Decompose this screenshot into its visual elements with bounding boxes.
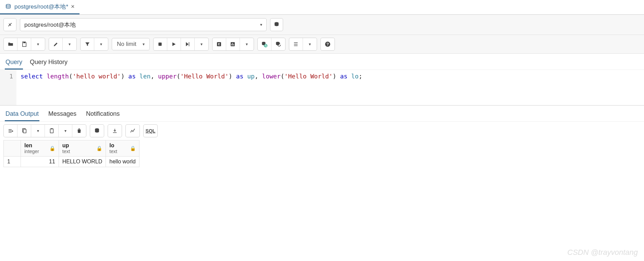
svg-rect-10 — [233, 44, 234, 46]
result-grid: len integer 🔒 up text 🔒 — [3, 140, 139, 167]
explain-analyze-button[interactable] — [226, 38, 240, 50]
tab-messages[interactable]: Messages — [48, 109, 77, 121]
line-gutter: 1 — [0, 70, 16, 105]
database-icon — [5, 4, 12, 10]
svg-rect-9 — [232, 43, 233, 46]
delete-row-button[interactable] — [72, 125, 86, 137]
execute-dropdown[interactable]: ▾ — [195, 38, 208, 50]
connection-select[interactable]: postgres/root@本地 ▾ — [20, 18, 267, 31]
paste-dropdown[interactable]: ▾ — [59, 125, 72, 137]
filter-dropdown[interactable]: ▾ — [94, 38, 108, 50]
sql-view-button[interactable]: SQL — [144, 125, 157, 137]
svg-rect-2 — [23, 42, 25, 43]
commit-button[interactable] — [258, 38, 271, 50]
chevron-down-icon: ▾ — [143, 42, 145, 47]
file-tab[interactable]: postgres/root@本地* × — [0, 0, 80, 14]
chart-button[interactable] — [126, 125, 139, 137]
cell-up[interactable]: HELLO WORLD — [59, 157, 106, 167]
svg-rect-18 — [50, 129, 53, 133]
column-header-lo[interactable]: lo text 🔒 — [106, 140, 139, 157]
paste-button[interactable] — [45, 125, 59, 137]
svg-text:?: ? — [326, 42, 329, 46]
copy-button[interactable] — [17, 125, 31, 137]
macros-dropdown[interactable]: ▾ — [303, 38, 317, 50]
lock-icon: 🔒 — [49, 146, 55, 151]
save-dropdown[interactable]: ▾ — [31, 38, 45, 50]
lock-icon: 🔒 — [130, 146, 136, 151]
edit-button[interactable] — [49, 38, 63, 50]
filter-button[interactable] — [81, 38, 94, 50]
chevron-down-icon: ▾ — [260, 22, 262, 27]
cell-len[interactable]: 11 — [21, 157, 59, 167]
svg-rect-17 — [23, 129, 26, 133]
rollback-button[interactable] — [271, 38, 285, 50]
svg-point-0 — [6, 4, 10, 6]
tab-notifications[interactable]: Notifications — [85, 109, 120, 121]
tab-query[interactable]: Query — [5, 57, 23, 70]
tab-data-output[interactable]: Data Output — [5, 109, 39, 121]
open-file-button[interactable] — [4, 38, 17, 50]
editor-tabs: Query Query History — [0, 54, 644, 70]
column-header-up[interactable]: up text 🔒 — [59, 140, 106, 157]
tab-title: postgres/root@本地* — [14, 3, 68, 11]
svg-text:E: E — [218, 43, 220, 46]
main-toolbar: ▾ ▾ ▾ No limit ▾ ▾ E ▾ ▾ ? — [0, 35, 644, 54]
sql-editor[interactable]: 1 select length('hello world') as len, u… — [0, 70, 644, 105]
cell-lo[interactable]: hello world — [106, 157, 139, 167]
output-tabs: Data Output Messages Notifications — [0, 105, 644, 121]
svg-rect-8 — [231, 44, 232, 46]
macros-button[interactable] — [289, 38, 303, 50]
svg-rect-20 — [78, 128, 80, 129]
help-button[interactable]: ? — [321, 38, 335, 50]
connection-label: postgres/root@本地 — [24, 21, 76, 29]
table-row[interactable]: 1 11 HELLO WORLD hello world — [4, 157, 139, 167]
explain-button[interactable]: E — [212, 38, 226, 50]
add-row-button[interactable] — [4, 125, 17, 137]
svg-rect-4 — [189, 42, 190, 46]
row-header-corner — [4, 140, 21, 157]
edit-dropdown[interactable]: ▾ — [63, 38, 76, 50]
connection-bar: postgres/root@本地 ▾ — [0, 15, 644, 35]
save-data-button[interactable] — [90, 125, 104, 137]
row-limit-label: No limit — [117, 41, 136, 48]
download-button[interactable] — [108, 125, 122, 137]
database-picker-button[interactable] — [270, 18, 283, 31]
row-limit-select[interactable]: No limit ▾ — [112, 38, 150, 50]
svg-rect-19 — [51, 128, 52, 129]
column-header-len[interactable]: len integer 🔒 — [21, 140, 59, 157]
code-line: select length('hello world') as len, upp… — [16, 70, 366, 105]
tab-query-history[interactable]: Query History — [29, 57, 68, 70]
connection-status-button[interactable] — [3, 18, 16, 31]
stop-button[interactable] — [154, 38, 167, 50]
svg-rect-3 — [159, 42, 162, 46]
row-number: 1 — [4, 157, 21, 167]
execute-button[interactable] — [167, 38, 181, 50]
tab-bar: postgres/root@本地* × — [0, 0, 644, 15]
lock-icon: 🔒 — [96, 146, 102, 151]
explain-dropdown[interactable]: ▾ — [240, 38, 254, 50]
close-icon[interactable]: × — [71, 3, 75, 10]
copy-dropdown[interactable]: ▾ — [31, 125, 45, 137]
execute-script-button[interactable] — [181, 38, 195, 50]
output-toolbar: ▾ ▾ SQL — [0, 121, 644, 140]
save-button[interactable] — [17, 38, 31, 50]
